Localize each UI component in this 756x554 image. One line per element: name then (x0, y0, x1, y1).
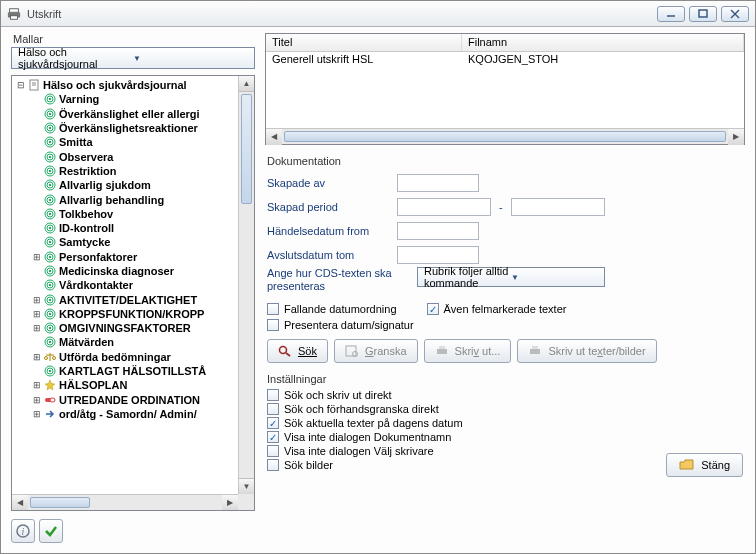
table-row[interactable]: Generell utskrift HSL KQOJGEN_STOH (266, 52, 744, 68)
opt4-checkbox[interactable]: ✓Visa inte dialogen Dokumentnamn (267, 431, 743, 443)
opt3-checkbox[interactable]: ✓Sök aktuella texter på dagens datum (267, 417, 743, 429)
template-combo-value: Hälso och sjukvårdsjournal (18, 46, 133, 70)
scroll-left-button[interactable]: ◀ (12, 495, 28, 511)
avslutsdatum-input[interactable] (397, 246, 479, 264)
template-tree[interactable]: ⊟Hälso och sjukvårdsjournal·Varning·Över… (11, 75, 255, 511)
tree-item[interactable]: ⊞ord/åtg - Samordn/ Admin/ (12, 407, 238, 421)
tree-item[interactable]: ⊞OMGIVNINGSFAKTORER (12, 321, 238, 335)
scroll-right-button[interactable]: ▶ (222, 495, 238, 511)
expand-icon[interactable]: ⊞ (32, 395, 42, 405)
scroll-up-button[interactable]: ▲ (239, 76, 254, 92)
tree-item[interactable]: ·Överkänslighetsreaktioner (12, 121, 238, 135)
tree-item-label: UTREDANDE ORDINATION (59, 394, 200, 406)
chevron-down-icon: ▼ (511, 273, 598, 282)
tree-item[interactable]: ·Allvarlig behandling (12, 192, 238, 206)
svg-point-42 (49, 241, 51, 243)
svg-rect-77 (346, 346, 356, 356)
tgt-icon (44, 265, 56, 277)
tree-item[interactable]: ·Observera (12, 149, 238, 163)
skapade-av-input[interactable] (397, 174, 479, 192)
scroll-thumb-h[interactable] (284, 131, 726, 142)
scroll-thumb-h[interactable] (30, 497, 90, 508)
tree-item[interactable]: ⊟Hälso och sjukvårdsjournal (12, 78, 238, 92)
minimize-button[interactable] (657, 6, 685, 22)
sok-button[interactable]: Sök (267, 339, 328, 363)
cds-select[interactable]: Rubrik följer alltid kommande ▼ (417, 267, 605, 287)
tgt-icon (44, 365, 56, 377)
tree-item[interactable]: ⊞KROPPSFUNKTION/KROPP (12, 307, 238, 321)
tgt-icon (44, 308, 56, 320)
tgt-icon (44, 122, 56, 134)
expand-icon[interactable]: ⊞ (32, 352, 42, 362)
tree-vscroll[interactable]: ▲ ▼ (238, 76, 254, 494)
cds-label: Ange hur CDS-texten ska presenteras (267, 267, 417, 293)
opt2-checkbox[interactable]: Sök och förhandsgranska direkt (267, 403, 743, 415)
tree-item[interactable]: ⊞Personfaktorer (12, 250, 238, 264)
tree-item[interactable]: ⊞Utförda bedömningar (12, 350, 238, 364)
expand-icon[interactable]: ⊞ (32, 409, 42, 419)
tree-item[interactable]: ·ID-kontroll (12, 221, 238, 235)
tgt-icon (44, 151, 56, 163)
stang-label: Stäng (701, 459, 730, 471)
tree-hscroll[interactable]: ◀ ▶ (12, 494, 238, 510)
expand-icon[interactable]: ⊞ (32, 309, 42, 319)
tree-item[interactable]: ·Mätvärden (12, 335, 238, 349)
tree-item-label: Mätvärden (59, 336, 114, 348)
scroll-left-button[interactable]: ◀ (266, 129, 282, 145)
ok-button[interactable] (39, 519, 63, 543)
skriv-ut-button[interactable]: Skriv ut... (424, 339, 512, 363)
collapse-icon[interactable]: ⊟ (16, 80, 26, 90)
cds-value: Rubrik följer alltid kommande (424, 265, 511, 289)
table-hscroll[interactable]: ◀ ▶ (266, 128, 744, 144)
svg-point-12 (49, 98, 51, 100)
template-combo[interactable]: Hälso och sjukvårdsjournal ▼ (11, 47, 255, 69)
expand-icon[interactable]: ⊞ (32, 380, 42, 390)
period-from-input[interactable] (397, 198, 491, 216)
svg-point-21 (49, 141, 51, 143)
scroll-down-button[interactable]: ▼ (239, 478, 254, 494)
svg-text:i: i (22, 526, 25, 537)
expand-icon[interactable]: ⊞ (32, 295, 42, 305)
print-icon (435, 345, 449, 357)
maximize-button[interactable] (689, 6, 717, 22)
installningar-label: Inställningar (267, 373, 743, 385)
period-to-input[interactable] (511, 198, 605, 216)
info-button[interactable]: i (11, 519, 35, 543)
tree-item[interactable]: ·Vårdkontakter (12, 278, 238, 292)
expand-icon[interactable]: ⊞ (32, 252, 42, 262)
svg-line-76 (286, 353, 290, 356)
tree-item[interactable]: ·Medicinska diagnoser (12, 264, 238, 278)
granska-button[interactable]: Granska (334, 339, 418, 363)
close-button[interactable] (721, 6, 749, 22)
scroll-right-button[interactable]: ▶ (728, 129, 744, 145)
star-icon (44, 379, 56, 391)
tree-item[interactable]: ⊞AKTIVITET/DELAKTIGHET (12, 292, 238, 306)
tree-item[interactable]: ·Restriktion (12, 164, 238, 178)
tree-item[interactable]: ⊞HÄLSOPLAN (12, 378, 238, 392)
tree-item[interactable]: ·KARTLAGT HÄLSOTILLSTÅ (12, 364, 238, 378)
fallande-checkbox[interactable]: Fallande datumordning (267, 303, 397, 315)
col-titel[interactable]: Titel (266, 34, 462, 51)
presentera-checkbox[interactable]: Presentera datum/signatur (267, 319, 414, 331)
stang-button[interactable]: Stäng (666, 453, 743, 477)
tgt-icon (44, 222, 56, 234)
svg-point-51 (49, 284, 51, 286)
expand-icon[interactable]: ⊞ (32, 323, 42, 333)
tree-item[interactable]: ·Tolkbehov (12, 207, 238, 221)
tgt-icon (44, 208, 56, 220)
tree-item[interactable]: ·Varning (12, 92, 238, 106)
scroll-thumb[interactable] (241, 94, 252, 204)
tree-item[interactable]: ⊞UTREDANDE ORDINATION (12, 393, 238, 407)
tree-item[interactable]: ·Samtycke (12, 235, 238, 249)
col-filnamn[interactable]: Filnamn (462, 34, 744, 51)
result-table[interactable]: Titel Filnamn Generell utskrift HSL KQOJ… (265, 33, 745, 145)
svg-point-54 (49, 298, 51, 300)
skriv-texter-button[interactable]: Skriv ut texter/bilder (517, 339, 656, 363)
tree-item[interactable]: ·Överkänslighet eller allergi (12, 107, 238, 121)
tree-item-label: ID-kontroll (59, 222, 114, 234)
tree-item[interactable]: ·Smitta (12, 135, 238, 149)
aven-checkbox[interactable]: ✓Även felmarkerade texter (427, 303, 567, 315)
opt1-checkbox[interactable]: Sök och skriv ut direkt (267, 389, 743, 401)
tree-item[interactable]: ·Allvarlig sjukdom (12, 178, 238, 192)
handelsedatum-input[interactable] (397, 222, 479, 240)
